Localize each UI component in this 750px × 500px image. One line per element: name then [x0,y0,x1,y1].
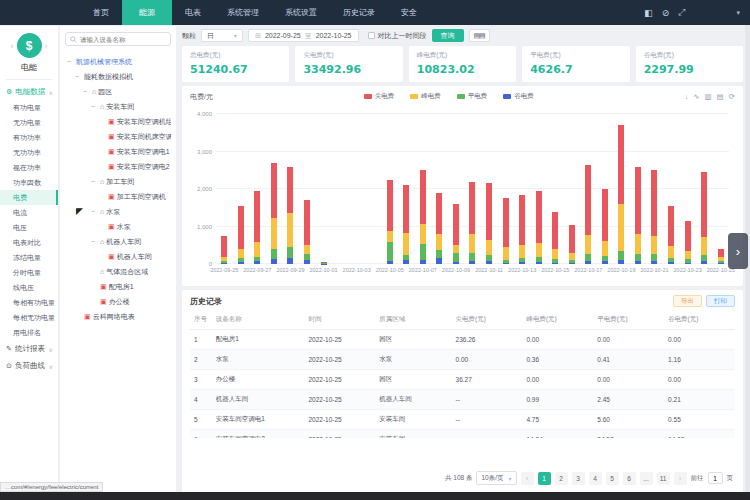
eye-protect-icon[interactable]: ⊘ [662,8,670,18]
bar-2022-10-03[interactable] [348,114,365,264]
bar-2022-10-17[interactable] [580,114,597,264]
bar-2022-10-22[interactable] [663,114,680,264]
nav-tab-首页[interactable]: 首页 [80,0,122,25]
granularity-select[interactable]: 日 ▾ [201,29,243,42]
bar-2022-10-12[interactable] [497,114,514,264]
restore-icon[interactable]: ⟳ [729,92,735,101]
tree-node[interactable]: ▣安装车间空调机组电表 [65,114,171,129]
tree-node[interactable]: ▣办公楼 [65,294,171,309]
date-range-picker[interactable]: ⊞ 2022-09-25 至 2022-10-25 [248,29,359,42]
legend-item-尖电费[interactable]: 尖电费 [364,92,395,101]
bar-2022-10-23[interactable] [679,114,696,264]
legend-item-峰电费[interactable]: 峰电费 [410,92,441,101]
print-button[interactable]: 打印 [706,295,735,307]
tree-node[interactable]: −凯源机械管理系统 [65,54,171,69]
user-menu-caret-icon[interactable]: ▾ [736,9,740,17]
energy-module-icon[interactable]: $ [17,33,42,58]
bar-2022-10-13[interactable] [514,114,531,264]
sidebar-item-视在功率[interactable]: 视在功率 [0,160,58,175]
menu-group-统计报表[interactable]: ✎统计报表∨ [0,340,58,357]
bar-2022-09-29[interactable] [282,114,299,264]
nav-tab-历史记录[interactable]: 历史记录 [330,0,388,25]
bar-2022-10-16[interactable] [563,114,580,264]
sidebar-item-电表对比[interactable]: 电表对比 [0,235,58,250]
tree-search-input[interactable] [80,36,166,43]
sidebar-item-每相无功电量[interactable]: 每相无功电量 [0,310,58,325]
bar-2022-10-04[interactable] [365,114,382,264]
module-prev-icon[interactable]: ‹ [11,41,14,51]
nav-tab-系统设置[interactable]: 系统设置 [272,0,330,25]
bar-2022-09-30[interactable] [299,114,316,264]
tree-node[interactable]: ▣配电房1 [65,279,171,294]
sidebar-item-用电排名[interactable]: 用电排名 [0,325,58,340]
bar-2022-09-26[interactable] [233,114,250,264]
sidebar-item-电压[interactable]: 电压 [0,220,58,235]
query-button[interactable]: 查询 [432,29,464,42]
sidebar-item-冻结电量[interactable]: 冻结电量 [0,250,58,265]
bar-2022-09-28[interactable] [266,114,283,264]
tree-expander-icon[interactable]: − [83,88,90,95]
bar-type-icon[interactable]: ▥ [705,92,712,101]
fullscreen-icon[interactable]: ⤢ [678,7,685,18]
page-button-11[interactable]: 11 [657,472,670,485]
tree-expander-icon[interactable]: − [67,58,74,65]
page-button-6[interactable]: 6 [623,472,636,485]
sidebar-item-功率因数[interactable]: 功率因数 [0,175,58,190]
goto-page-input[interactable] [708,472,723,484]
sidebar-item-分时电量[interactable]: 分时电量 [0,265,58,280]
tree-expander-icon[interactable]: − [91,238,98,245]
tree-node[interactable]: ▣云科网络电表 [65,309,171,324]
line-type-icon[interactable]: ∿ [693,92,699,101]
scroll-next-button[interactable]: › [728,233,748,269]
tree-node[interactable]: ▣安装车间空调电1 [65,144,171,159]
page-button-2[interactable]: 2 [555,472,568,485]
sidebar-item-每相有功电量[interactable]: 每相有功电量 [0,295,58,310]
bar-2022-10-08[interactable] [431,114,448,264]
tree-expander-icon[interactable]: − [91,178,98,185]
bar-2022-10-15[interactable] [547,114,564,264]
view-toggle-button[interactable]: ▤▤ [469,29,490,42]
bar-2022-10-01[interactable] [315,114,332,264]
legend-item-平电费[interactable]: 平电费 [457,92,488,101]
prev-page-button[interactable]: ‹ [521,472,534,485]
tree-expander-icon[interactable]: − [91,208,98,215]
bar-2022-09-27[interactable] [249,114,266,264]
tree-node[interactable]: −⌂安装车间 [65,99,171,114]
menu-group-负荷曲线[interactable]: ⊙负荷曲线∨ [0,357,58,374]
bar-2022-10-19[interactable] [613,114,630,264]
sidebar-item-无功电量[interactable]: 无功电量 [0,115,58,130]
nav-tab-系统管理[interactable]: 系统管理 [214,0,272,25]
bar-2022-09-25[interactable] [216,114,233,264]
data-view-icon[interactable]: ▤ [717,92,724,101]
per-page-select[interactable]: 10条/页▾ [476,471,516,485]
bar-2022-10-18[interactable] [597,114,614,264]
tree-node[interactable]: ▣水泵 [65,219,171,234]
page-button-3[interactable]: 3 [572,472,585,485]
sidebar-item-无功功率[interactable]: 无功功率 [0,145,58,160]
bar-2022-10-25[interactable] [712,114,729,264]
compare-checkbox[interactable]: 对比上一时间段 [368,31,427,41]
tree-node[interactable]: ▣安装车间机床空调机 [65,129,171,144]
bar-2022-10-21[interactable] [646,114,663,264]
page-button-4[interactable]: 4 [589,472,602,485]
nav-tab-能源[interactable]: 能源 [122,0,172,25]
sidebar-item-电费[interactable]: 电费 [0,190,58,205]
sidebar-item-线电压[interactable]: 线电压 [0,280,58,295]
page-button-1[interactable]: 1 [538,472,551,485]
bar-2022-10-14[interactable] [530,114,547,264]
nav-tab-安全[interactable]: 安全 [388,0,430,25]
sidebar-item-电流[interactable]: 电流 [0,205,58,220]
bar-2022-10-11[interactable] [481,114,498,264]
export-button[interactable]: 导出 [673,295,702,307]
download-icon[interactable]: ↓ [684,92,688,101]
tree-node[interactable]: ▣机器人车间 [65,249,171,264]
bar-2022-10-05[interactable] [381,114,398,264]
bar-2022-10-09[interactable] [448,114,465,264]
bar-2022-10-06[interactable] [398,114,415,264]
bar-2022-10-20[interactable] [630,114,647,264]
sidebar-item-有功功率[interactable]: 有功功率 [0,130,58,145]
tree-node[interactable]: −⌂加工车间 [65,174,171,189]
menu-group-电能数据[interactable]: ⚙电能数据∧ [0,83,58,100]
tree-expander-icon[interactable]: − [75,73,82,80]
tree-node[interactable]: −⌂园区 [65,84,171,99]
